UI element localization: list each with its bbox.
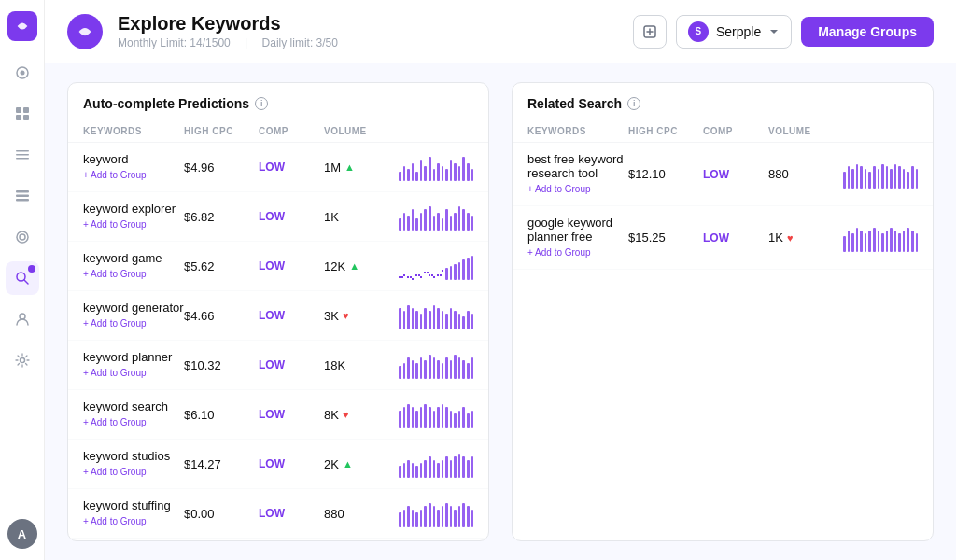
- sidebar-item-reports[interactable]: [6, 138, 39, 172]
- related-search-header: Related Search i: [513, 83, 933, 120]
- user-avatar[interactable]: A: [7, 519, 37, 549]
- volume-value: 1K♥: [768, 231, 843, 245]
- add-to-group-button[interactable]: + Add to Group: [83, 267, 147, 281]
- trend-chart: [843, 161, 918, 189]
- header: Explore Keywords Monthly Limit: 14/1500 …: [45, 0, 956, 63]
- svg-line-15: [24, 280, 28, 284]
- table-row: keyword+ Add to Group$4.96LOW1M▲: [68, 143, 488, 192]
- cpc-value: $6.82: [184, 210, 259, 224]
- svg-rect-2: [16, 107, 21, 113]
- trend-chart: [399, 153, 473, 181]
- volume-value: 8K♥: [324, 408, 399, 422]
- sidebar-item-settings[interactable]: [6, 343, 39, 377]
- svg-rect-11: [16, 199, 29, 202]
- add-to-group-button[interactable]: + Add to Group: [527, 245, 591, 259]
- cpc-value: $4.96: [184, 161, 259, 175]
- svg-point-12: [17, 231, 28, 243]
- keyword-name: keyword explorer: [83, 202, 184, 216]
- cpc-value: $14.27: [184, 457, 259, 471]
- table-row: keyword game+ Add to Group$5.62LOW12K▲: [68, 242, 488, 291]
- sidebar: A: [0, 0, 45, 560]
- add-to-group-button[interactable]: + Add to Group: [83, 514, 147, 528]
- comp-value: LOW: [259, 457, 324, 470]
- keyword-name: keyword: [83, 152, 184, 166]
- comp-value: LOW: [259, 507, 324, 520]
- sidebar-item-explore[interactable]: [6, 261, 39, 295]
- keyword-name: keyword studios: [83, 449, 184, 463]
- auto-complete-header: Auto-complete Predictions i: [68, 83, 488, 120]
- svg-point-1: [20, 71, 24, 76]
- comp-value: LOW: [259, 210, 324, 223]
- add-to-group-button[interactable]: + Add to Group: [83, 366, 147, 380]
- volume-value: 880: [768, 167, 843, 181]
- cpc-value: $10.32: [184, 358, 259, 372]
- add-to-group-button[interactable]: + Add to Group: [83, 316, 147, 330]
- svg-rect-4: [16, 115, 21, 120]
- comp-value: LOW: [259, 259, 324, 273]
- keyword-name: keyword search: [83, 399, 184, 413]
- trend-chart: [399, 252, 473, 280]
- table-row: best free keyword research tool+ Add to …: [513, 143, 933, 206]
- trend-chart: [399, 400, 473, 428]
- cpc-value: $6.10: [184, 408, 259, 422]
- trend-chart: [843, 224, 918, 252]
- auto-complete-title: Auto-complete Predictions: [83, 96, 249, 111]
- cpc-value: $4.66: [184, 309, 259, 323]
- comp-value: LOW: [703, 168, 768, 181]
- export-button[interactable]: [633, 15, 667, 49]
- sidebar-item-home[interactable]: [6, 56, 39, 90]
- related-search-title: Related Search: [527, 96, 622, 111]
- keyword-name: google keyword planner free: [527, 216, 628, 244]
- table-row: google keyword planner free+ Add to Grou…: [513, 206, 933, 270]
- page-title: Explore Keywords: [118, 13, 618, 35]
- trend-chart: [399, 499, 473, 527]
- comp-value: LOW: [259, 309, 324, 322]
- trend-chart: [399, 450, 473, 478]
- explore-badge: [28, 265, 35, 273]
- sidebar-item-lists[interactable]: [6, 179, 39, 213]
- workspace-selector[interactable]: S Serpple: [676, 15, 792, 49]
- add-to-group-button[interactable]: + Add to Group: [527, 182, 591, 196]
- comp-value: LOW: [259, 358, 324, 371]
- volume-value: 3K♥: [324, 309, 399, 323]
- workspace-logo: S: [688, 21, 709, 42]
- svg-rect-10: [16, 195, 29, 198]
- svg-point-13: [20, 234, 25, 240]
- svg-rect-3: [23, 107, 29, 113]
- volume-value: 2K▲: [324, 457, 399, 471]
- table-row: keyword studios+ Add to Group$14.27LOW2K…: [68, 440, 488, 489]
- volume-value: 880: [324, 507, 399, 521]
- separator: |: [245, 36, 247, 49]
- add-to-group-button[interactable]: + Add to Group: [83, 465, 147, 479]
- table-row: keyword stuffing+ Add to Group$0.00LOW88…: [68, 489, 488, 539]
- svg-point-16: [20, 314, 25, 319]
- svg-rect-7: [16, 154, 29, 156]
- page-subtitle: Monthly Limit: 14/1500 | Daily limit: 3/…: [118, 36, 618, 49]
- cpc-value: $12.10: [628, 167, 703, 181]
- sidebar-item-dashboard[interactable]: [6, 97, 39, 131]
- table-row: keyword generator+ Add to Group$4.66LOW3…: [68, 291, 488, 341]
- keyword-name: keyword planner: [83, 350, 184, 364]
- sidebar-item-profile[interactable]: [6, 302, 39, 336]
- manage-groups-button[interactable]: Manage Groups: [801, 17, 934, 47]
- related-search-table-body: best free keyword research tool+ Add to …: [513, 143, 933, 540]
- auto-complete-info-icon: i: [255, 97, 268, 110]
- comp-value: LOW: [259, 408, 324, 421]
- main-content: Explore Keywords Monthly Limit: 14/1500 …: [45, 0, 956, 560]
- table-row: keyword search+ Add to Group$6.10LOW8K♥: [68, 390, 488, 440]
- svg-rect-6: [16, 150, 29, 152]
- volume-value: 18K: [324, 358, 399, 372]
- volume-value: 1M▲: [324, 161, 399, 175]
- add-to-group-button[interactable]: + Add to Group: [83, 415, 147, 429]
- content-area: Auto-complete Predictions i KEYWORDS HIG…: [45, 63, 956, 560]
- related-search-panel: Related Search i KEYWORDS HIGH CPC COMP …: [512, 82, 934, 541]
- cpc-value: $15.25: [628, 231, 703, 245]
- svg-rect-5: [23, 115, 29, 120]
- sidebar-item-monitor[interactable]: [6, 220, 39, 254]
- monthly-limit: Monthly Limit: 14/1500: [118, 36, 231, 49]
- cpc-value: $0.00: [184, 507, 259, 521]
- header-logo: [67, 14, 103, 49]
- add-to-group-button[interactable]: + Add to Group: [83, 217, 147, 231]
- related-search-table-header: KEYWORDS HIGH CPC COMP VOLUME: [513, 120, 933, 143]
- add-to-group-button[interactable]: + Add to Group: [83, 168, 147, 182]
